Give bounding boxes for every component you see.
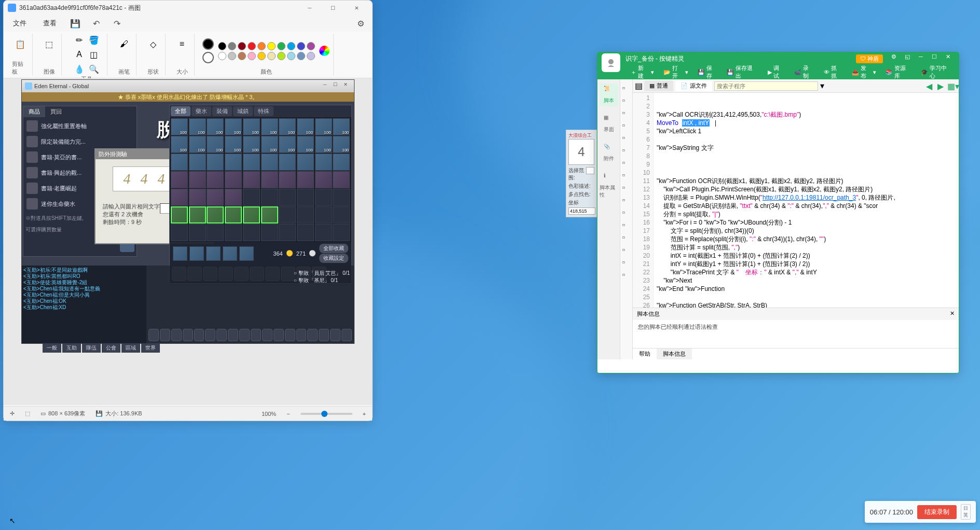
tab-source[interactable]: 📄源文件 [675, 80, 712, 91]
code-line[interactable] [657, 293, 956, 301]
inventory-slot[interactable] [261, 206, 278, 224]
inventory-slot[interactable] [297, 224, 314, 241]
search-dropdown[interactable]: ▾ [820, 81, 824, 91]
sidebar-tool[interactable]: ▫ [622, 108, 631, 117]
shop-tab-items[interactable]: 商品 [23, 106, 45, 117]
zoom-icon[interactable]: 🔍 [88, 63, 100, 75]
game-close[interactable]: ✕ [341, 82, 351, 90]
chat-channel-tab[interactable]: 世界 [141, 343, 160, 353]
action-slot[interactable] [148, 329, 159, 341]
ide-minimize[interactable]: ─ [914, 53, 928, 64]
code-editor[interactable]: 1234567891011121314151617181920212223242… [633, 93, 959, 308]
code-line[interactable]: 文字 = split(分割(i), chr(34))(0) [657, 227, 956, 235]
tree-icon[interactable]: ▤ [635, 81, 642, 91]
inventory-slot[interactable]: 100 [207, 136, 224, 153]
quick-slot[interactable] [206, 246, 221, 261]
action-slot[interactable] [307, 329, 318, 341]
collect-settings-button[interactable]: 收藏設定 [319, 254, 348, 263]
inv-tab[interactable]: 藥水 [192, 106, 211, 116]
inventory-slot[interactable] [171, 189, 188, 206]
tab-normal[interactable]: ▦普通 [644, 80, 673, 91]
ide-maximize[interactable]: ☐ [928, 53, 941, 64]
inventory-slot[interactable] [279, 206, 296, 224]
code-line[interactable]: 范围 = Replace(split(分割(i), ":" & chr(34))… [657, 235, 956, 243]
picker-icon[interactable]: 💧 [73, 63, 86, 75]
code-line[interactable]: "kw">TracePrint 文字 & " 坐标：" & intX & ","… [657, 268, 956, 276]
chat-box[interactable]: <互助>初乐:不是同款遊戲啊<互助>初乐:當然都叫RO<互助>使徒:英雄要睡覺-… [22, 266, 146, 343]
code-line[interactable] [657, 152, 956, 160]
color-swatch[interactable] [218, 52, 226, 60]
inventory-slot[interactable] [279, 224, 296, 241]
code-line[interactable] [657, 160, 956, 169]
nav-menu[interactable]: ▦▾ [947, 81, 957, 91]
color-swatch[interactable] [267, 42, 276, 50]
action-slot[interactable] [285, 329, 295, 341]
inventory-slot[interactable]: 100 [279, 118, 296, 135]
inventory-slot[interactable] [243, 206, 260, 224]
inv-tab[interactable]: 特殊 [254, 106, 274, 116]
inventory-slot[interactable]: 100 [297, 118, 314, 135]
game-minimize[interactable]: ─ [320, 82, 330, 90]
color-swatch[interactable] [248, 42, 256, 50]
code-line[interactable]: 提取 = GetStrAB(识别结果, "ttxt" & chr(34) & "… [657, 202, 956, 210]
inventory-slot[interactable] [333, 206, 350, 224]
inventory-slot[interactable]: 100 [225, 136, 242, 153]
action-slot[interactable] [228, 329, 238, 341]
toolbar-新建[interactable]: ＋新建 ▾ [627, 63, 658, 81]
inventory-slot[interactable] [207, 206, 224, 224]
inventory-slot[interactable] [333, 224, 350, 241]
sidebar-tool[interactable]: ▫ [622, 83, 631, 92]
sidebar-tool[interactable]: ▫ [622, 133, 631, 142]
inventory-slot[interactable]: 100 [279, 136, 296, 153]
sidebar-tool[interactable]: ▫ [622, 258, 631, 266]
sidebar-tool[interactable]: ▫ [622, 158, 631, 166]
undo-icon[interactable]: ↶ [89, 16, 103, 31]
brush-button[interactable]: 🖌 [114, 34, 134, 54]
inventory-slot[interactable] [243, 189, 260, 206]
shield-badge[interactable]: 🛡 神盾 [856, 54, 883, 63]
code-line[interactable]: 识别结果 = Plugin.SMWH.WinHttp("http://127.0… [657, 193, 956, 202]
nav-script[interactable]: 📜脚本 [600, 83, 618, 106]
inventory-slot[interactable] [207, 154, 224, 171]
inventory-slot[interactable] [297, 206, 314, 224]
action-slot[interactable] [205, 329, 215, 341]
paint-canvas[interactable]: Eden Eternal - Global ─ ☐ ✕ ★ 恭喜 x墨喵x 使用… [4, 78, 372, 405]
action-slot[interactable] [239, 329, 250, 341]
inventory-slot[interactable] [297, 154, 314, 171]
code-line[interactable]: intX = int(截图x1 + 范围计算(0) + (范围计算(2) / 2… [657, 252, 956, 260]
action-slot[interactable] [160, 329, 170, 341]
inventory-slot[interactable] [261, 224, 278, 241]
inventory-slot[interactable] [189, 224, 206, 241]
action-slot[interactable] [171, 329, 182, 341]
code-line[interactable]: "kw">Function GetStrAB(Str, StrA, StrB) [657, 301, 956, 308]
code-line[interactable] [657, 169, 956, 177]
save-icon[interactable]: 💾 [68, 16, 83, 31]
toolbar-打开[interactable]: 📂打开 ▾ [659, 63, 692, 81]
inventory-slot[interactable] [207, 189, 224, 206]
ide-close[interactable]: ✕ [941, 53, 955, 64]
inventory-slot[interactable] [297, 189, 314, 206]
nav-attach[interactable]: 📎附件 [600, 142, 618, 164]
inventory-slot[interactable]: 100 [315, 118, 332, 135]
shop-tab-buyback[interactable]: 買回 [45, 106, 67, 117]
inventory-slot[interactable] [243, 224, 260, 241]
chat-channel-tab[interactable]: 隊伍 [82, 343, 101, 353]
sidebar-tool[interactable]: ▫ [622, 96, 631, 104]
help-tab[interactable]: 帮助 [633, 348, 657, 359]
settings-icon[interactable]: ⚙ [353, 16, 368, 31]
color-swatch[interactable] [307, 42, 315, 50]
sidebar-tool[interactable]: ▫ [622, 233, 631, 241]
shapes-button[interactable]: ◇ [143, 34, 164, 54]
toolbar-录制[interactable]: 📹录制 [790, 63, 819, 81]
size-button[interactable]: ≡ [172, 34, 193, 54]
nav-forward[interactable]: ▶ [936, 81, 945, 91]
inventory-slot[interactable] [333, 189, 350, 206]
code-line[interactable] [657, 94, 956, 102]
ide-restore-icon[interactable]: ◱ [901, 53, 914, 64]
inventory-slot[interactable] [189, 189, 206, 206]
primary-color[interactable] [202, 38, 214, 50]
toolbar-学习中心[interactable]: 🎓学习中心 [917, 63, 957, 81]
color-swatch[interactable] [248, 52, 256, 60]
inventory-slot[interactable] [243, 154, 260, 171]
color-swatch[interactable] [238, 52, 246, 60]
